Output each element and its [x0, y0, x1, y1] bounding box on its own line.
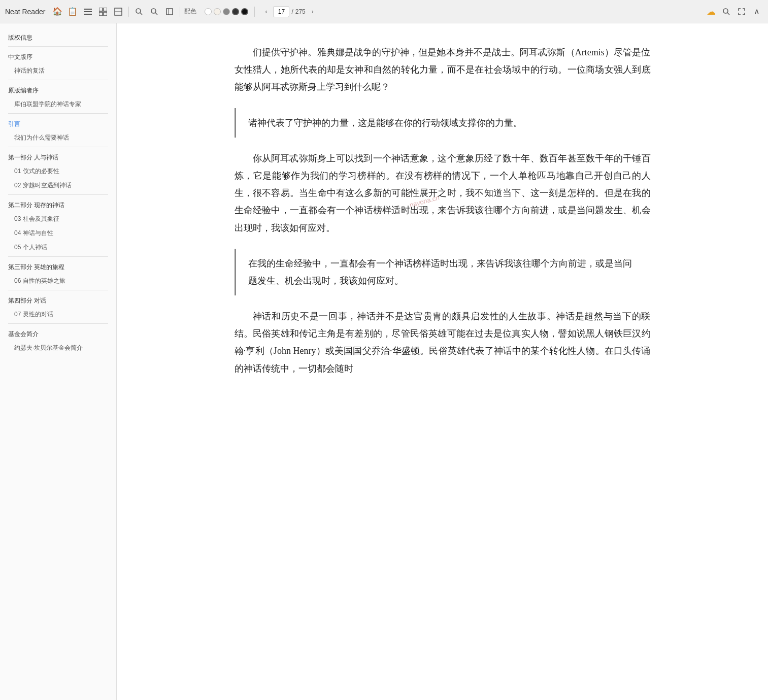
file-icon[interactable]: 📋 [66, 6, 79, 18]
sidebar-item-personal-myth[interactable]: 05 个人神话 [0, 240, 116, 254]
svg-rect-1 [84, 11, 92, 12]
sidebar-item-hero-journey[interactable]: 06 自性的英雄之旅 [0, 274, 116, 288]
menu-icon[interactable] [82, 6, 94, 18]
color-label: 配色 [184, 7, 196, 16]
sidebar-section-part2[interactable]: 第二部分 现存的神话 [0, 197, 116, 212]
prev-page-button[interactable]: ‹ [261, 7, 271, 17]
svg-rect-0 [84, 9, 92, 10]
divider-4 [8, 147, 108, 147]
app-title: Neat Reader [5, 8, 45, 16]
svg-line-10 [140, 13, 142, 15]
divider-2 [8, 80, 108, 80]
divider-8 [8, 323, 108, 324]
sidebar-section-copyright[interactable]: 版权信息 [0, 29, 116, 44]
svg-rect-5 [99, 12, 103, 16]
sidebar-section-foundation[interactable]: 基金会简介 [0, 326, 116, 341]
expand-icon[interactable] [736, 6, 748, 18]
svg-rect-3 [99, 8, 103, 11]
svg-line-16 [727, 13, 729, 15]
bookshelf-icon[interactable]: 🏠 [51, 6, 63, 18]
sidebar-item-spiritual-dialogue[interactable]: 07 灵性的对话 [0, 307, 116, 321]
paragraph-3: 神话和历史不是一回事，神话并不是达官贵胄的颇具启发性的人生故事。神话是超然与当下… [235, 308, 651, 377]
divider-7 [8, 290, 108, 290]
sidebar-section-part3[interactable]: 第三部分 英雄的旅程 [0, 259, 116, 274]
page-number-input[interactable] [273, 6, 289, 17]
color-cream[interactable] [214, 8, 221, 15]
toolbar-right: ☁ ∧ [705, 6, 763, 18]
fit-page-icon[interactable] [163, 6, 176, 18]
svg-line-12 [155, 13, 157, 15]
page-navigation: ‹ / 275 › [261, 6, 317, 17]
next-page-button[interactable]: › [308, 7, 318, 17]
sidebar-item-myth-self[interactable]: 04 神话与自性 [0, 226, 116, 240]
sidebar-item-cooper-expert[interactable]: 库伯联盟学院的神话专家 [0, 97, 116, 111]
search-icon-2[interactable] [148, 6, 160, 18]
svg-rect-4 [104, 8, 107, 11]
search-icon-1[interactable] [133, 6, 145, 18]
sidebar-section-original-preface[interactable]: 原版编者序 [0, 82, 116, 97]
grid-icon[interactable] [97, 6, 109, 18]
color-black[interactable] [241, 8, 248, 15]
blockquote-1: 诸神代表了守护神的力量，这是能够在你的行动领域支撑你的力量。 [235, 108, 651, 138]
collapse-icon[interactable]: ∧ [751, 6, 763, 18]
paragraph-2: 你从阿耳忒弥斯身上可以找到一个神话意象，这个意象历经了数十年、数百年甚至数千年的… [235, 150, 651, 237]
separator-3 [254, 7, 255, 17]
total-pages: 275 [295, 8, 306, 15]
sidebar-section-part4[interactable]: 第四部分 对话 [0, 292, 116, 307]
sidebar-item-why-myths[interactable]: 我们为什么需要神话 [0, 130, 116, 145]
svg-point-15 [723, 9, 728, 13]
separator-2 [180, 7, 180, 17]
sidebar-item-time-travel[interactable]: 02 穿越时空遇到神话 [0, 178, 116, 192]
search-right-icon[interactable] [720, 6, 732, 18]
svg-point-9 [136, 9, 141, 13]
divider-6 [8, 256, 108, 257]
sidebar-item-myth-revival[interactable]: 神话的复活 [0, 63, 116, 78]
blockquote-2-text: 在我的生命经验中，一直都会有一个神话榜样适时出现，来告诉我该往哪个方向前进，或是… [248, 258, 632, 286]
sidebar-item-foundation-intro[interactable]: 约瑟夫·坎贝尔基金会简介 [0, 341, 116, 355]
sidebar-section-part1[interactable]: 第一部分 人与神话 [0, 149, 116, 164]
color-dark[interactable] [232, 8, 239, 15]
svg-rect-6 [104, 12, 107, 16]
color-options [205, 8, 248, 15]
cloud-icon[interactable]: ☁ [705, 6, 717, 18]
color-white[interactable] [205, 8, 212, 15]
svg-point-11 [151, 9, 156, 13]
blockquote-1-text: 诸神代表了守护神的力量，这是能够在你的行动领域支撑你的力量。 [248, 118, 522, 128]
svg-rect-2 [84, 14, 92, 15]
sidebar-item-society[interactable]: 03 社会及其象征 [0, 212, 116, 226]
content-area[interactable]: 们提供守护神。雅典娜是战争的守护神，但是她本身并不是战士。阿耳忒弥斯（Artem… [117, 23, 768, 700]
paragraph-1: 们提供守护神。雅典娜是战争的守护神，但是她本身并不是战士。阿耳忒弥斯（Artem… [235, 44, 651, 96]
divider-3 [8, 113, 108, 114]
divider-1 [8, 46, 108, 47]
divider-5 [8, 194, 108, 195]
sidebar-section-chinese-preface[interactable]: 中文版序 [0, 49, 116, 63]
sidebar-section-introduction[interactable]: 引言 [0, 116, 116, 130]
page-view-icon[interactable] [112, 6, 124, 18]
main-layout: 版权信息 中文版序 神话的复活 原版编者序 库伯联盟学院的神话专家 引言 我们为… [0, 23, 768, 700]
page-separator: / [291, 8, 293, 15]
svg-rect-13 [166, 9, 173, 15]
toolbar: Neat Reader 🏠 📋 配色 ‹ / 275 › ☁ [0, 0, 768, 23]
sidebar-item-ritual[interactable]: 01 仪式的必要性 [0, 164, 116, 178]
color-gray[interactable] [223, 8, 230, 15]
separator-1 [128, 7, 129, 17]
sidebar: 版权信息 中文版序 神话的复活 原版编者序 库伯联盟学院的神话专家 引言 我们为… [0, 23, 117, 700]
blockquote-2: 在我的生命经验中，一直都会有一个神话榜样适时出现，来告诉我该往哪个方向前进，或是… [235, 249, 651, 295]
content-wrapper: 们提供守护神。雅典娜是战争的守护神，但是她本身并不是战士。阿耳忒弥斯（Artem… [235, 44, 651, 377]
